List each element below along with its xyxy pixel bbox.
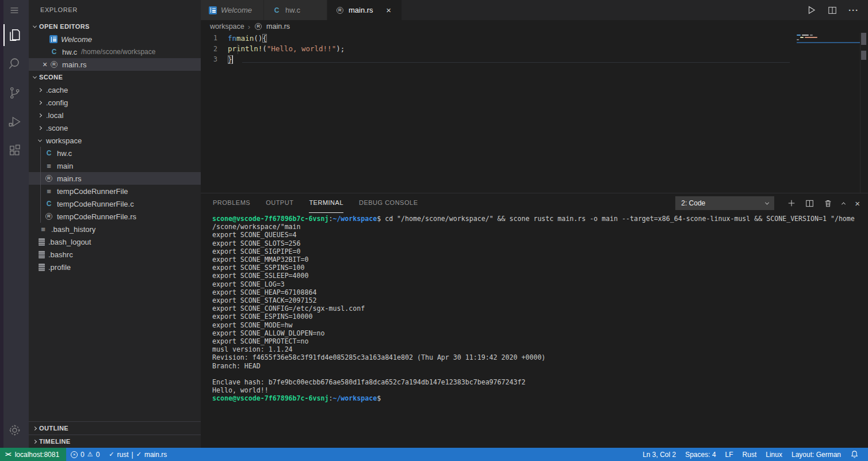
file-label: tempCodeRunnerFile.c <box>57 200 134 208</box>
code-token: "Hello, world!!" <box>267 44 336 53</box>
activity-explorer[interactable] <box>0 21 29 49</box>
terminal-selector[interactable]: 2: Code <box>675 196 774 210</box>
terminal-line: export SCONE_SLOTS=256 <box>212 239 868 247</box>
tree-folder-cache[interactable]: .cache <box>29 83 201 96</box>
code-token: ); <box>336 44 345 53</box>
line-number: 3 <box>201 55 228 63</box>
new-terminal-button[interactable] <box>787 199 796 207</box>
status-bar-right: Ln 3, Col 2Spaces: 4LFRustLinuxLayout: G… <box>638 448 868 461</box>
breadcrumb-separator-icon: › <box>248 22 250 31</box>
tree-file-tempcoderunnerfile[interactable]: ≡tempCodeRunnerFile <box>29 185 201 197</box>
indentation[interactable]: Spaces: 4 <box>680 448 720 461</box>
scrollbar-thumb[interactable] <box>861 33 866 45</box>
tab-label: main.rs <box>349 6 373 14</box>
tree-folder-config[interactable]: .config <box>29 96 201 109</box>
folder-section-header[interactable]: SCONE <box>29 71 201 83</box>
text-file-icon: ≡ <box>44 162 53 170</box>
close-icon[interactable]: × <box>40 60 49 69</box>
run-button[interactable] <box>806 5 816 15</box>
open-editors-header[interactable]: OPEN EDITORS <box>29 20 201 33</box>
activity-run-debug[interactable] <box>0 107 29 136</box>
outline-header[interactable]: OUTLINE <box>29 421 201 435</box>
remote-indicator[interactable]: >< localhost:8081 <box>0 448 66 461</box>
panel-tab-terminal[interactable]: TERMINAL <box>309 193 343 213</box>
split-editor-button[interactable] <box>828 6 837 15</box>
tree-file-main-rs[interactable]: Rmain.rs <box>29 172 201 185</box>
tab-hw-c[interactable]: Chw.c <box>264 0 327 20</box>
kill-terminal-button[interactable] <box>824 199 832 208</box>
welcome-file-icon <box>49 35 58 43</box>
activity-bar-bottom <box>0 416 29 444</box>
terminal-text: export SCONE_ESPINS=10000 <box>212 313 313 321</box>
tree-file-bash-history[interactable]: ≡.bash_history <box>29 223 201 235</box>
minimap[interactable] <box>797 35 860 75</box>
tree-folder-workspace[interactable]: workspace <box>29 134 201 147</box>
breadcrumb-file[interactable]: main.rs <box>266 22 290 31</box>
terminal-line: musl version: 1.1.24 <box>212 345 868 353</box>
settings-button[interactable] <box>0 416 29 444</box>
problems-status[interactable]: × 0 ⚠ 0 <box>66 448 104 461</box>
open-editor-hw-c[interactable]: Chw.c/home/scone/workspace <box>29 45 201 58</box>
panel-tab-debug-console[interactable]: DEBUG CONSOLE <box>359 193 418 213</box>
close-icon: × <box>855 199 860 208</box>
os-indicator[interactable]: Linux <box>761 448 787 461</box>
activity-source-control[interactable] <box>0 78 29 107</box>
terminal-line: export SCONE_ALLOW_DLOPEN=no <box>212 329 868 337</box>
tree-file-profile[interactable]: .profile <box>29 261 201 273</box>
chevron-right-icon <box>38 87 42 92</box>
open-editors-list: WelcomeChw.c/home/scone/workspace×Rmain.… <box>29 33 201 71</box>
code-editor[interactable]: 1fn main() {2 println!("Hello, world!!")… <box>201 33 868 193</box>
more-actions-button[interactable]: ··· <box>848 5 859 15</box>
cursor-position[interactable]: Ln 3, Col 2 <box>638 448 680 461</box>
tab-main-rs[interactable]: Rmain.rs× <box>327 0 402 20</box>
breadcrumb-folder[interactable]: workspace <box>210 22 244 31</box>
close-icon[interactable]: × <box>384 5 393 15</box>
chevron-down-icon <box>38 138 42 142</box>
menu-button[interactable] <box>0 0 29 21</box>
split-icon <box>828 6 837 15</box>
activity-extensions[interactable] <box>0 136 29 165</box>
tree-file-hw-c[interactable]: Chw.c <box>29 147 201 159</box>
open-editor-welcome[interactable]: Welcome <box>29 33 201 45</box>
terminal-text: export SCONE_LOG=3 <box>212 280 285 288</box>
close-panel-button[interactable]: × <box>855 199 860 208</box>
tree-folder-local[interactable]: .local <box>29 109 201 121</box>
activity-search[interactable] <box>0 49 29 78</box>
open-editor-main-rs[interactable]: ×Rmain.rs <box>29 58 201 71</box>
folder-label: .scone <box>46 124 68 132</box>
chevron-down-icon <box>33 24 37 28</box>
minimap-code-preview <box>797 35 860 36</box>
maximize-panel-button[interactable] <box>842 202 845 205</box>
terminal-output[interactable]: scone@vscode-7f67896b7c-6vsnj:~/workspac… <box>201 213 868 448</box>
tree-file-bashrc[interactable]: .bashrc <box>29 248 201 261</box>
ellipsis-icon: ··· <box>848 5 859 15</box>
code-token: fn <box>228 34 236 43</box>
timeline-header[interactable]: TIMELINE <box>29 435 201 448</box>
tree-file-main[interactable]: ≡main <box>29 159 201 172</box>
split-terminal-button[interactable] <box>805 199 814 208</box>
eol-sequence[interactable]: LF <box>721 448 738 461</box>
code-runner-status[interactable]: ✓ rust | ✓ main.rs <box>104 448 171 461</box>
tree-file-tempcoderunnerfile-rs[interactable]: RtempCodeRunnerFile.rs <box>29 210 201 223</box>
language-mode[interactable]: Rust <box>738 448 762 461</box>
panel-tab-output[interactable]: OUTPUT <box>266 193 293 213</box>
doc-file-icon <box>39 251 45 258</box>
chevron-right-icon <box>33 439 37 443</box>
debug-icon <box>7 115 22 129</box>
terminal-text: export SCONE_STACK=2097152 <box>212 296 316 304</box>
overview-ruler-border <box>860 33 861 193</box>
tree-folder-scone[interactable]: .scone <box>29 121 201 134</box>
tab-welcome[interactable]: Welcome <box>201 0 264 20</box>
tree-file-tempcoderunnerfile-c[interactable]: CtempCodeRunnerFile.c <box>29 197 201 210</box>
file-label: main.rs <box>62 60 87 69</box>
tree-file-bash-logout[interactable]: .bash_logout <box>29 235 201 248</box>
terminal-line: Revision: f4655f36e58c3f91fd4e085285c3a1… <box>212 353 868 361</box>
notifications-bell[interactable] <box>846 448 863 461</box>
panel-tab-problems[interactable]: PROBLEMS <box>213 193 250 213</box>
keyboard-layout[interactable]: Layout: German <box>787 448 846 461</box>
breadcrumb[interactable]: workspace › R main.rs <box>201 20 868 33</box>
terminal-line: scone@vscode-7f67896b7c-6vsnj:~/workspac… <box>212 215 868 223</box>
terminal-text: export SCONE_QUEUES=4 <box>212 231 297 239</box>
chevron-right-icon <box>38 125 42 129</box>
file-label: .bashrc <box>48 250 73 259</box>
